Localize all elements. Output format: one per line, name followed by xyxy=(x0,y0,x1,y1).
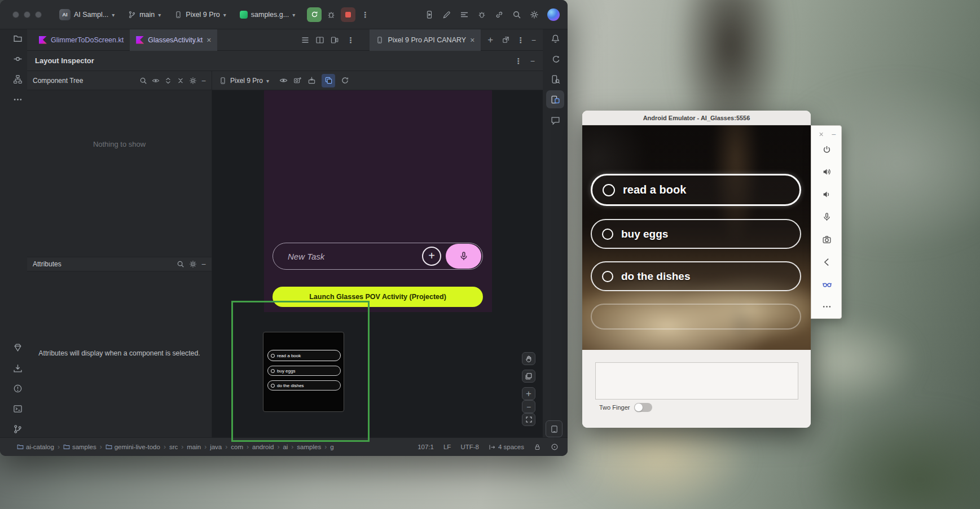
device-selector[interactable]: Pixel 9 Pro xyxy=(170,6,230,23)
hide-panel-button[interactable] xyxy=(531,36,536,44)
ai-assistant-button[interactable] xyxy=(442,10,451,19)
breadcrumb-item[interactable]: ai xyxy=(283,444,288,450)
problems-indicator[interactable] xyxy=(551,443,559,451)
breadcrumb-item[interactable]: ai-catalog xyxy=(17,444,54,450)
volume-up-button[interactable] xyxy=(821,166,832,177)
open-in-new-window-button[interactable] xyxy=(502,36,510,44)
preview-visibility-button[interactable] xyxy=(279,76,288,85)
profiler-button[interactable] xyxy=(477,10,486,19)
zoom-in-button[interactable] xyxy=(522,387,535,400)
profile-avatar[interactable] xyxy=(547,8,560,21)
breadcrumb-item[interactable]: com xyxy=(231,444,243,450)
editor-tab-glimmertodoscreen[interactable]: GlimmerToDoScreen.kt xyxy=(33,29,130,51)
design-view-button[interactable] xyxy=(330,36,339,45)
device-mirroring-button[interactable] xyxy=(495,10,504,19)
tree-visibility-button[interactable] xyxy=(152,77,160,85)
gradle-tool-button[interactable] xyxy=(550,53,561,64)
pan-mode-button[interactable] xyxy=(522,352,535,365)
screenshot-button[interactable] xyxy=(293,76,302,85)
preview-device-selector[interactable]: Pixel 9 Pro xyxy=(219,77,269,85)
todo-checkbox-icon[interactable] xyxy=(602,271,613,282)
notifications-button[interactable] xyxy=(550,33,561,44)
layer-spacing-button[interactable] xyxy=(522,370,535,383)
emulator-more-button[interactable] xyxy=(821,301,832,312)
touchpad-input-area[interactable] xyxy=(595,362,798,400)
layout-inspector-options-button[interactable] xyxy=(515,57,522,65)
emulator-power-button[interactable] xyxy=(821,144,832,155)
editor-tab-glassesactivity[interactable]: GlassesActivity.kt xyxy=(130,29,217,51)
device-frame-toggle-button[interactable] xyxy=(546,420,562,437)
two-finger-toggle[interactable] xyxy=(634,403,652,412)
zoom-fit-button[interactable] xyxy=(522,413,535,426)
close-traffic-light[interactable] xyxy=(12,11,19,18)
commit-tool-button[interactable] xyxy=(12,53,23,64)
structure-tool-button[interactable] xyxy=(12,73,23,85)
emulator-titlebar[interactable]: Android Emulator - AI_Glasses:5556 xyxy=(582,111,811,125)
layout-inspector-hide-button[interactable] xyxy=(530,57,535,65)
back-button[interactable] xyxy=(821,257,832,267)
debug-button[interactable] xyxy=(324,7,339,22)
refresh-button[interactable] xyxy=(341,76,349,85)
layout-inspector-tool-button[interactable] xyxy=(546,90,564,108)
breadcrumb-item[interactable]: gemini-live-todo xyxy=(106,444,160,450)
emulator-camera-button[interactable] xyxy=(821,234,832,245)
editor-options-button[interactable] xyxy=(346,36,355,44)
todo-checkbox-icon[interactable] xyxy=(603,184,615,196)
tree-search-button[interactable] xyxy=(139,77,147,85)
breadcrumb-item[interactable]: main xyxy=(187,444,201,450)
device-manager-button[interactable] xyxy=(425,10,434,19)
zoom-out-button[interactable] xyxy=(522,400,535,413)
device-explorer-button[interactable] xyxy=(550,73,561,85)
tree-hide-button[interactable] xyxy=(201,77,206,85)
add-task-button[interactable] xyxy=(422,247,441,266)
minimize-traffic-light[interactable] xyxy=(24,11,30,18)
export-snapshot-button[interactable] xyxy=(307,76,316,85)
breadcrumb-item[interactable]: java xyxy=(210,444,222,450)
add-device-tab-button[interactable] xyxy=(485,35,495,45)
glasses-mode-button[interactable] xyxy=(821,279,832,289)
stop-button[interactable] xyxy=(341,7,355,22)
breadcrumb-item[interactable]: samples xyxy=(297,444,321,450)
breadcrumb-item[interactable]: samples xyxy=(63,444,96,450)
device-screenshot[interactable]: New Task Launch Glasses POV Activity (Pr… xyxy=(264,90,492,312)
attributes-settings-button[interactable] xyxy=(189,260,197,268)
encoding-widget[interactable]: UTF-8 xyxy=(460,444,479,450)
breadcrumb-item[interactable]: android xyxy=(252,444,274,450)
breadcrumb-item[interactable]: src xyxy=(169,444,178,450)
chat-tool-button[interactable] xyxy=(550,115,561,126)
toggle-3d-mode-button[interactable] xyxy=(322,74,335,87)
project-tool-button[interactable] xyxy=(12,33,23,44)
ide-titlebar[interactable]: AI AI Sampl... main Pixel 9 Pro samples.… xyxy=(0,0,568,29)
todo-pill[interactable]: buy eggs xyxy=(591,219,801,249)
breadcrumb-item[interactable]: g xyxy=(330,444,333,450)
services-tool-button[interactable] xyxy=(12,341,23,353)
rerun-button[interactable] xyxy=(307,7,322,22)
attributes-search-button[interactable] xyxy=(177,260,184,268)
readonly-toggle[interactable] xyxy=(534,444,541,451)
install-tool-button[interactable] xyxy=(12,362,23,374)
close-device-tab-button[interactable] xyxy=(470,36,474,44)
build-variants-button[interactable] xyxy=(460,10,469,19)
voice-input-button[interactable] xyxy=(446,244,481,269)
close-tab-button[interactable] xyxy=(206,36,211,44)
more-tools-button[interactable] xyxy=(12,94,23,105)
volume-down-button[interactable] xyxy=(821,189,832,200)
split-view-button[interactable] xyxy=(315,36,324,45)
run-more-options-button[interactable] xyxy=(360,7,370,22)
terminal-tool-button[interactable] xyxy=(12,403,23,414)
zoom-traffic-light[interactable] xyxy=(35,11,42,18)
run-configuration-selector[interactable]: samples.g... xyxy=(236,6,299,23)
search-everywhere-button[interactable] xyxy=(512,10,521,19)
attributes-hide-button[interactable] xyxy=(201,260,206,268)
version-control-tool-button[interactable] xyxy=(12,423,23,435)
caret-position-widget[interactable]: 107:1 xyxy=(418,444,434,450)
todo-pill[interactable]: do the dishes xyxy=(591,261,801,291)
todo-pill-selected[interactable]: read a book xyxy=(591,174,801,206)
emulator-mic-button[interactable] xyxy=(821,212,832,222)
settings-button[interactable] xyxy=(530,10,539,19)
indent-widget[interactable]: 4 spaces xyxy=(489,444,524,451)
emulator-minimize-button[interactable] xyxy=(828,129,839,139)
todo-checkbox-icon[interactable] xyxy=(602,229,613,240)
problems-tool-button[interactable] xyxy=(12,383,23,394)
branch-selector[interactable]: main xyxy=(124,6,165,23)
